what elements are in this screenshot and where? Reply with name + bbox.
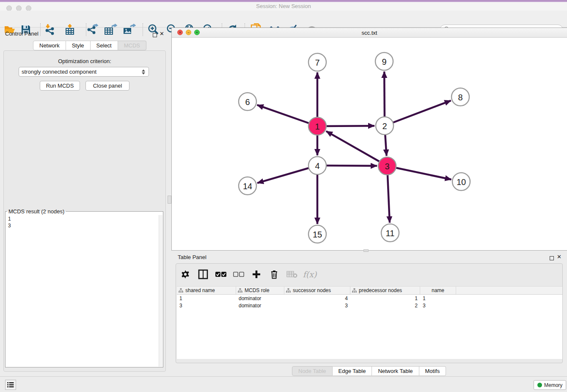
- table-header-row: shared nameMCDS rolesuccessor nodesprede…: [177, 286, 562, 295]
- table-cell[interactable]: 1: [177, 295, 236, 301]
- node-table: shared nameMCDS rolesuccessor nodesprede…: [177, 286, 562, 359]
- network-window-titlebar[interactable]: ✕ − + scc.txt: [172, 28, 567, 38]
- table-cell[interactable]: dominator: [236, 295, 284, 301]
- import-network-icon[interactable]: [43, 23, 57, 36]
- graph-edge-1-6[interactable]: [257, 105, 317, 126]
- graph-node-label: 4: [315, 161, 319, 171]
- table-panel-tabs: Node Table Edge Table Network Table Moti…: [292, 366, 446, 376]
- table-cell[interactable]: 1: [420, 295, 456, 301]
- export-network-icon[interactable]: [85, 23, 99, 36]
- graph-node-label: 10: [457, 177, 466, 187]
- control-panel-float-icon[interactable]: [153, 31, 157, 39]
- memory-status-dot: [537, 383, 542, 387]
- control-panel-close-icon[interactable]: ✕: [160, 31, 164, 36]
- table-row[interactable]: 3dominator323: [177, 302, 562, 309]
- table-cell[interactable]: 1: [350, 295, 420, 301]
- close-panel-button[interactable]: Close panel: [85, 81, 129, 91]
- graph-node-label: 8: [458, 93, 462, 102]
- memory-label: Memory: [544, 382, 562, 388]
- mcds-result-group: MCDS result (2 nodes) 13: [5, 208, 163, 367]
- window-title: Session: New Session: [0, 3, 567, 9]
- control-panel-tabs: Network Style Select MCDS: [33, 41, 146, 50]
- table-cell[interactable]: 3: [284, 303, 350, 309]
- hierarchy-icon: [179, 288, 183, 293]
- table-cell[interactable]: 4: [284, 295, 350, 301]
- add-column-icon[interactable]: [250, 268, 262, 280]
- delete-table-icon[interactable]: [286, 268, 298, 280]
- tab-network[interactable]: Network: [33, 41, 66, 50]
- export-table-icon[interactable]: [103, 23, 118, 36]
- table-panel-float-icon[interactable]: [550, 254, 554, 262]
- tab-network-table[interactable]: Network Table: [372, 366, 419, 376]
- graph-edge-3-10[interactable]: [387, 166, 451, 179]
- import-table-icon[interactable]: [63, 23, 77, 36]
- mcds-result-list: 13: [8, 215, 11, 229]
- table-toolbar: f(x): [179, 268, 316, 281]
- network-canvas[interactable]: 1234678910111415: [172, 38, 567, 251]
- table-row[interactable]: 1dominator411: [177, 295, 562, 302]
- graph-edge-3-1[interactable]: [326, 131, 387, 166]
- table-panel-close-icon[interactable]: ✕: [557, 254, 561, 259]
- status-bar: [0, 376, 567, 392]
- graph-node-label: 2: [382, 121, 387, 131]
- column-panel-icon[interactable]: [197, 268, 209, 280]
- table-body: 1dominator4113dominator323: [177, 295, 562, 309]
- graph-node-label: 1: [315, 122, 319, 131]
- table-cell[interactable]: 3: [177, 303, 236, 309]
- unselect-all-columns-icon[interactable]: [233, 268, 245, 280]
- criterion-select[interactable]: strongly connected component: [19, 67, 149, 77]
- graph-node-label: 14: [243, 182, 252, 191]
- delete-column-trash-icon[interactable]: [268, 268, 280, 280]
- table-cell[interactable]: 3: [420, 303, 456, 309]
- table-panel-body: f(x) shared nameMCDS rolesuccessor nodes…: [176, 263, 563, 363]
- column-header[interactable]: successor nodes: [284, 287, 350, 294]
- control-panel-title: Control Panel: [5, 30, 39, 37]
- vertical-splitter-handle[interactable]: [168, 196, 171, 204]
- main-toolbar: [0, 11, 567, 28]
- export-image-icon[interactable]: [122, 23, 136, 36]
- tab-edge-table[interactable]: Edge Table: [333, 366, 372, 376]
- function-builder-icon: f(x): [304, 268, 316, 280]
- column-header[interactable]: name: [420, 287, 456, 294]
- graph-node-label: 9: [382, 57, 386, 66]
- toolbar-separator: [143, 23, 143, 36]
- hierarchy-icon: [352, 288, 357, 293]
- column-header[interactable]: shared name: [177, 287, 236, 294]
- toolbar-separator: [40, 23, 41, 36]
- network-view-window: ✕ − + scc.txt 1234678910111415: [171, 28, 567, 251]
- table-panel-title: Table Panel: [178, 254, 206, 260]
- chevron-updown-icon: [142, 69, 146, 75]
- graph-edge-2-8[interactable]: [385, 101, 451, 126]
- tab-mcds[interactable]: MCDS: [118, 41, 146, 50]
- tab-style[interactable]: Style: [66, 41, 91, 50]
- table-settings-gear-icon[interactable]: [179, 268, 191, 280]
- column-header[interactable]: MCDS role: [236, 287, 284, 294]
- tab-select[interactable]: Select: [91, 41, 118, 50]
- column-header[interactable]: predecessor nodes: [350, 287, 420, 294]
- table-cell[interactable]: 2: [350, 303, 420, 309]
- graph-node-label: 15: [313, 230, 322, 239]
- memory-button[interactable]: Memory: [534, 380, 566, 390]
- table-cell[interactable]: dominator: [236, 303, 284, 309]
- result-scrollbar[interactable]: [159, 215, 162, 367]
- hierarchy-icon: [238, 288, 242, 293]
- graph-node-label: 6: [245, 97, 250, 107]
- optimization-criterion-label: Optimization criterion:: [0, 58, 169, 64]
- tab-node-table[interactable]: Node Table: [292, 366, 333, 376]
- graph-node-label: 7: [315, 58, 319, 67]
- mcds-result-title: MCDS result (2 nodes): [7, 208, 66, 215]
- horizontal-splitter-handle[interactable]: [363, 249, 369, 252]
- network-window-title: scc.txt: [172, 30, 567, 36]
- graph-node-label: 3: [385, 162, 389, 171]
- criterion-value: strongly connected component: [22, 69, 96, 75]
- task-history-list-icon[interactable]: [5, 380, 16, 390]
- graph-node-label: 11: [386, 229, 395, 238]
- select-all-columns-icon[interactable]: [215, 268, 227, 280]
- run-mcds-button[interactable]: Run MCDS: [40, 81, 80, 91]
- hierarchy-icon: [286, 288, 291, 293]
- tab-motifs[interactable]: Motifs: [419, 366, 446, 376]
